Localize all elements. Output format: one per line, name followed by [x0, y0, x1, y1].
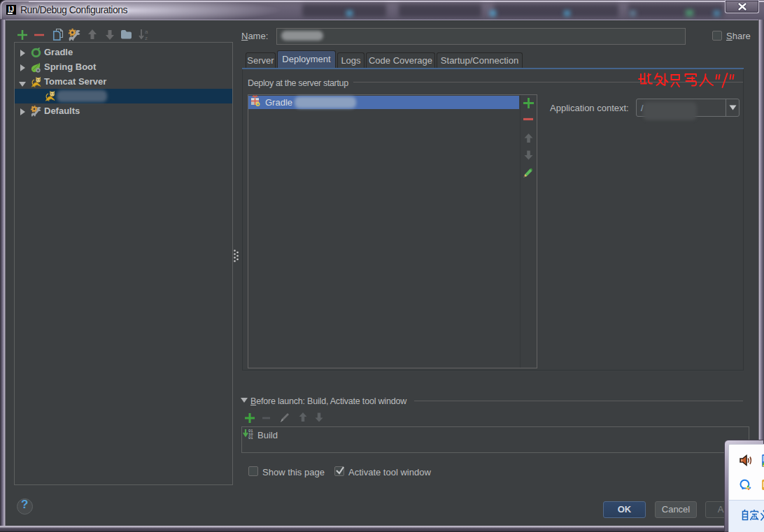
svg-text:z: z: [145, 35, 148, 41]
svg-text:a: a: [145, 29, 148, 35]
svg-text:01: 01: [248, 436, 253, 440]
